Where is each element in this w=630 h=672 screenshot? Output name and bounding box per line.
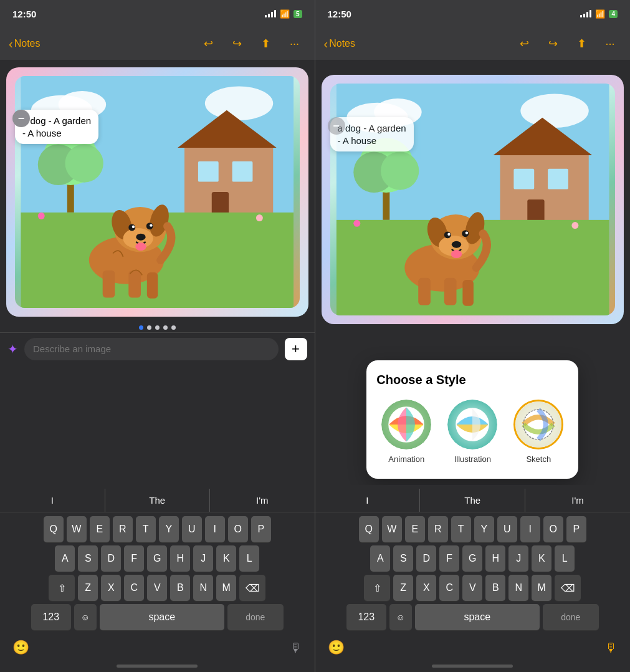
r-key-m[interactable]: M [532,575,551,601]
r-key-d[interactable]: D [416,545,436,572]
key-z[interactable]: Z [78,575,98,601]
right-autocomplete-3[interactable]: I'm [525,489,630,512]
left-back-button[interactable]: ‹ Notes [9,37,40,50]
r-key-emoji[interactable]: ☺ [389,604,412,630]
r-key-o[interactable]: O [543,516,563,542]
r-key-z[interactable]: Z [393,575,413,601]
r-key-b[interactable]: B [485,575,505,601]
key-y[interactable]: Y [159,516,179,542]
r-key-l[interactable]: L [555,545,575,572]
key-t[interactable]: T [136,516,156,542]
r-key-h[interactable]: H [485,545,505,572]
r-key-q[interactable]: Q [359,516,379,542]
r-key-space[interactable]: space [415,604,540,630]
r-key-x[interactable]: X [416,575,436,601]
r-key-u[interactable]: U [497,516,517,542]
left-emoji-button[interactable]: 🙂 [12,640,29,656]
key-l[interactable]: L [239,545,259,572]
style-option-sketch[interactable]: Sketch [513,400,563,464]
image-description-input[interactable] [24,338,279,360]
right-autocomplete-2[interactable]: The [420,489,525,512]
left-more-button[interactable]: ··· [284,32,306,55]
right-mic-button[interactable]: 🎙 [605,641,618,655]
r-key-j[interactable]: J [508,545,528,572]
key-d[interactable]: D [101,545,121,572]
r-key-e[interactable]: E [405,516,425,542]
right-undo-button[interactable]: ↩ [513,32,535,55]
key-p[interactable]: P [251,516,271,542]
r-key-shift[interactable]: ⇧ [364,575,390,601]
left-status-icons: 📶 5 [265,9,302,19]
sketch-circle [513,400,563,449]
right-emoji-button[interactable]: 🙂 [328,640,345,656]
r-key-n[interactable]: N [508,575,528,601]
left-mic-button[interactable]: 🎙 [290,641,302,655]
autocomplete-word-3[interactable]: I'm [210,489,315,512]
key-e[interactable]: E [90,516,110,542]
right-minus-button[interactable]: − [328,117,345,135]
key-space[interactable]: space [100,604,224,630]
right-more-button[interactable]: ··· [599,32,621,55]
r-key-c[interactable]: C [439,575,459,601]
r-key-f[interactable]: F [439,545,459,572]
key-j[interactable]: J [193,545,213,572]
left-keyboard: I The I'm Q W E R T Y U I O P [0,485,315,672]
right-back-button[interactable]: ‹ Notes [324,37,355,50]
key-u[interactable]: U [182,516,202,542]
key-k[interactable]: K [216,545,236,572]
key-o[interactable]: O [228,516,248,542]
key-r[interactable]: R [113,516,133,542]
key-backspace[interactable]: ⌫ [239,575,265,601]
left-plus-button[interactable]: + [285,338,307,360]
right-more-icon: ··· [605,37,614,50]
key-b[interactable]: B [170,575,190,601]
illustration-label: Illustration [454,454,491,464]
right-wifi-icon: 📶 [595,9,605,19]
key-w[interactable]: W [67,516,87,542]
key-a[interactable]: A [55,545,75,572]
r-key-v[interactable]: V [462,575,482,601]
key-123[interactable]: 123 [31,604,71,630]
key-n[interactable]: N [193,575,213,601]
left-undo-button[interactable]: ↩ [198,32,220,55]
key-i[interactable]: I [205,516,225,542]
key-s[interactable]: S [78,545,98,572]
r-key-w[interactable]: W [382,516,402,542]
key-shift[interactable]: ⇧ [49,575,75,601]
svg-point-14 [38,213,45,219]
right-autocomplete-1[interactable]: I [315,489,421,512]
key-c[interactable]: C [124,575,144,601]
key-done[interactable]: done [227,604,284,630]
r-key-i[interactable]: I [520,516,540,542]
r-key-p[interactable]: P [566,516,586,542]
autocomplete-word-1[interactable]: I [0,489,105,512]
left-redo-button[interactable]: ↪ [226,32,249,55]
key-f[interactable]: F [124,545,144,572]
r-key-done[interactable]: done [543,604,599,630]
r-key-backspace[interactable]: ⌫ [555,575,581,601]
r-key-k[interactable]: K [532,545,551,572]
r-key-a[interactable]: A [370,545,390,572]
key-v[interactable]: V [147,575,167,601]
key-q[interactable]: Q [44,516,64,542]
r-key-t[interactable]: T [451,516,471,542]
key-m[interactable]: M [216,575,236,601]
r-key-g[interactable]: G [462,545,482,572]
right-redo-button[interactable]: ↪ [542,32,564,55]
r-key-s[interactable]: S [393,545,413,572]
style-option-illustration[interactable]: Illustration [447,400,497,464]
key-g[interactable]: G [147,545,167,572]
key-h[interactable]: H [170,545,190,572]
back-chevron-icon: ‹ [9,37,13,50]
left-minus-button[interactable]: − [12,110,30,127]
r-key-r[interactable]: R [428,516,448,542]
autocomplete-word-2[interactable]: The [105,489,211,512]
key-emoji[interactable]: ☺ [74,604,97,630]
style-option-animation[interactable]: Animation [381,400,431,464]
r-key-y[interactable]: Y [474,516,494,542]
left-share-button[interactable]: ⬆ [255,32,277,55]
key-x[interactable]: X [101,575,121,601]
right-row-1: Q W E R T Y U I O P [318,516,628,542]
r-key-123[interactable]: 123 [346,604,386,630]
right-share-button[interactable]: ⬆ [570,32,593,55]
